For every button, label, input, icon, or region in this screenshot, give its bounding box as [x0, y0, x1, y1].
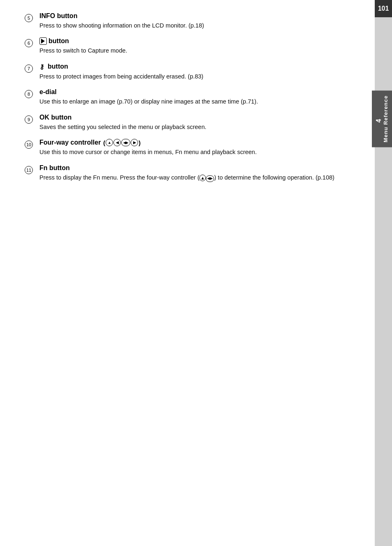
circle-8: 8 — [25, 90, 33, 98]
section-body-10: Four-way controller (▲◀◀▶▶) Use this to … — [39, 139, 358, 157]
page-number: 101 — [375, 0, 392, 17]
section-body-6: button Press to switch to Capture mode. — [39, 37, 358, 55]
title-text-11: Fn button — [39, 164, 70, 172]
section-title-11: Fn button — [39, 164, 358, 172]
section-desc-9: Saves the setting you selected in the me… — [39, 122, 358, 131]
circle-7: 7 — [25, 65, 33, 73]
title-text-10: Four-way controller — [39, 139, 101, 146]
circle-5: 5 — [25, 14, 33, 22]
title-text-9: OK button — [39, 114, 71, 121]
section-number-7: 7 — [25, 63, 39, 73]
section-title-6: button — [39, 37, 358, 45]
section-10: 10 Four-way controller (▲◀◀▶▶) Use this … — [25, 139, 358, 157]
arrow-up-icon: ▲ — [106, 139, 113, 146]
arrow-down-icon: ▶ — [131, 139, 138, 146]
section-number-11: 11 — [25, 164, 39, 174]
section-number-8: 8 — [25, 88, 39, 98]
fourway-icons: (▲◀◀▶▶) — [103, 139, 141, 146]
section-11: 11 Fn button Press to display the Fn men… — [25, 164, 358, 182]
section-title-7: ⚷ button — [39, 63, 358, 71]
play-button-icon — [39, 37, 47, 45]
circle-9: 9 — [25, 115, 33, 124]
sidebar: 101 4 Menu Reference — [375, 0, 392, 546]
sidebar-label: Menu Reference — [383, 95, 389, 142]
section-desc-7: Press to protect images from being accid… — [39, 72, 358, 81]
section-number-6: 6 — [25, 37, 39, 47]
section-title-5: INFO button — [39, 12, 358, 20]
section-body-9: OK button Saves the setting you selected… — [39, 114, 358, 131]
title-text-7: button — [48, 63, 68, 70]
section-8: 8 e-dial Use this to enlarge an image (p… — [25, 88, 358, 106]
section-6: 6 button Press to switch to Capture mode… — [25, 37, 358, 55]
inline-arrow-up: ▲ — [199, 175, 206, 181]
section-title-9: OK button — [39, 114, 358, 121]
inline-arrows-lr: ◀▶ — [206, 175, 214, 182]
section-body-5: INFO button Press to show shooting infor… — [39, 12, 358, 30]
arrow-right-icon: ◀▶ — [121, 139, 130, 146]
section-desc-5: Press to show shooting information on th… — [39, 21, 358, 30]
section-desc-8: Use this to enlarge an image (p.70) or d… — [39, 97, 358, 106]
section-title-8: e-dial — [39, 88, 358, 96]
section-7: 7 ⚷ button Press to protect images from … — [25, 63, 358, 81]
section-body-7: ⚷ button Press to protect images from be… — [39, 63, 358, 81]
title-text-6: button — [48, 37, 69, 45]
section-5: 5 INFO button Press to show shooting inf… — [25, 12, 358, 30]
section-desc-11: Press to display the Fn menu. Press the … — [39, 173, 358, 182]
section-title-10: Four-way controller (▲◀◀▶▶) — [39, 139, 358, 146]
section-number-5: 5 — [25, 12, 39, 22]
section-body-8: e-dial Use this to enlarge an image (p.7… — [39, 88, 358, 106]
arrow-left-icon: ◀ — [113, 139, 121, 146]
main-content: 5 INFO button Press to show shooting inf… — [0, 0, 375, 546]
title-text-8: e-dial — [39, 88, 57, 96]
section-number-10: 10 — [25, 139, 39, 149]
circle-6: 6 — [25, 39, 33, 47]
section-9: 9 OK button Saves the setting you select… — [25, 114, 358, 131]
section-desc-6: Press to switch to Capture mode. — [39, 46, 358, 55]
section-desc-10: Use this to move cursor or change items … — [39, 147, 358, 157]
sidebar-tab-number: 4 — [375, 99, 383, 142]
key-icon: ⚷ — [39, 63, 44, 71]
play-triangle-icon — [41, 39, 45, 44]
section-body-11: Fn button Press to display the Fn menu. … — [39, 164, 358, 182]
circle-10: 10 — [25, 141, 33, 149]
title-text-5: INFO button — [39, 12, 77, 20]
section-number-9: 9 — [25, 114, 39, 124]
sidebar-tab: 4 Menu Reference — [372, 90, 392, 147]
circle-11: 11 — [25, 166, 33, 174]
